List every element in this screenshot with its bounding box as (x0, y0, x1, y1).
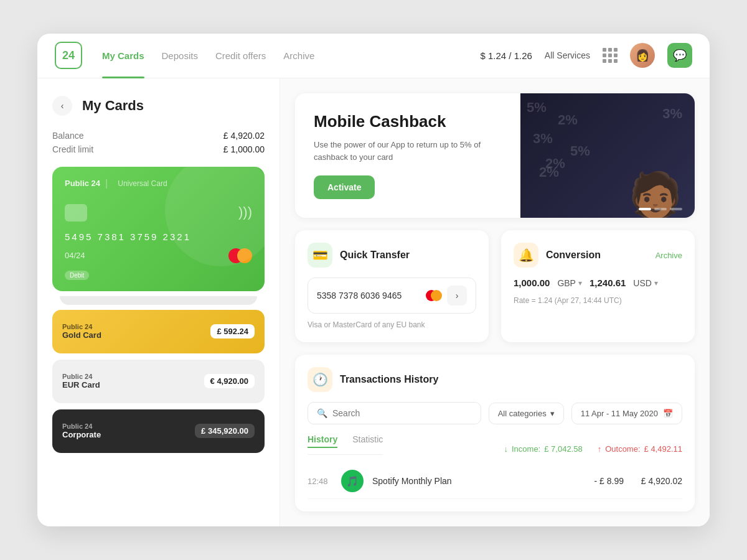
tx-income: ↓ Income: £ 7,042.58 (504, 444, 582, 454)
search-input[interactable] (332, 408, 472, 418)
conversion-icon: 🔔 (514, 243, 538, 268)
balance-label: Balance (52, 131, 84, 141)
eur-card-brand: Public 24 (62, 373, 100, 380)
card-number: 5495 7381 3759 2321 (65, 231, 252, 242)
cashback-banner: Mobile Cashback Use the power of our App… (295, 93, 695, 218)
tab-history[interactable]: History (308, 434, 337, 448)
income-label: Income: (512, 444, 540, 454)
pct-badge: 5% (570, 143, 590, 159)
eur-card-name: EUR Card (62, 380, 100, 390)
pct-badge: 2% (539, 164, 559, 180)
income-arrow-icon: ↓ (504, 444, 508, 454)
grid-dot (614, 59, 618, 63)
mc-right (431, 290, 442, 301)
tx-tabs: History Statistic (308, 434, 383, 455)
conv-from-amount: 1,000.00 (514, 278, 550, 288)
cashback-title: Mobile Cashback (314, 112, 502, 131)
transfer-hint: Visa or MasterCard of any EU bank (308, 320, 425, 329)
conv-to-currency[interactable]: USD ▾ (633, 278, 658, 288)
back-button[interactable]: ‹ (52, 96, 72, 116)
widgets-row: 💳 Quick Transfer › Visa or MasterCard of… (295, 230, 695, 342)
balance-section: Balance £ 4,920.02 Credit limit £ 1,000.… (52, 131, 265, 154)
cashback-person-emoji: 🧑🏾 (628, 169, 682, 218)
logo-badge[interactable]: 24 (55, 42, 82, 69)
transfer-next-button[interactable]: › (447, 286, 467, 306)
tab-statistic[interactable]: Statistic (352, 434, 383, 448)
card-expiry: 04/24 (65, 251, 85, 260)
eur-card-info: Public 24 EUR Card (62, 373, 100, 390)
balance-amount: £ 4,920.02 (223, 131, 265, 141)
credit-limit-amount: £ 1,000.00 (223, 144, 265, 154)
gold-card[interactable]: Public 24 Gold Card £ 592.24 (52, 310, 265, 353)
conv-to-currency-chevron: ▾ (654, 279, 658, 287)
conversion-widget: 🔔 Conversion Archive 1,000.00 GBP ▾ 1,24… (501, 230, 695, 342)
nav-my-cards[interactable]: My Cards (102, 48, 144, 63)
activate-button[interactable]: Activate (314, 175, 375, 199)
main-card[interactable]: Public 24 | Universal Card ))) 5495 7381… (52, 167, 265, 291)
transfer-icon: 💳 (308, 243, 332, 268)
grid-icon[interactable] (603, 48, 618, 63)
corporate-card[interactable]: Public 24 Corporate £ 345,920.00 (52, 409, 265, 453)
pct-badge: 2% (558, 112, 578, 128)
cashback-desc: Use the power of our App to return up to… (314, 139, 502, 163)
corp-card-name: Corporate (62, 430, 101, 439)
gold-card-brand: Public 24 (62, 323, 101, 330)
eur-card[interactable]: Public 24 EUR Card € 4,920.00 (52, 360, 265, 403)
slider-dot[interactable] (670, 208, 682, 210)
exchange-rate: $ 1.24 / 1.26 (480, 50, 532, 61)
slider-dot[interactable] (654, 208, 667, 210)
tx-summary: ↓ Income: £ 7,042.58 ↑ Outcome: £ 4,492.… (504, 444, 682, 454)
nav: My Cards Deposits Credit offers Archive (102, 48, 460, 63)
nav-archive[interactable]: Archive (283, 48, 314, 63)
chat-button[interactable]: 💬 (667, 43, 692, 68)
corp-card-amount: £ 345,920.00 (195, 424, 255, 438)
tx-amount: - £ 8.99 (594, 476, 624, 486)
pct-badge: 3% (662, 106, 682, 122)
grid-dot (608, 59, 612, 63)
conv-from-currency[interactable]: GBP ▾ (557, 278, 582, 288)
gold-card-name: Gold Card (62, 330, 101, 340)
avatar[interactable]: 👩 (630, 43, 655, 68)
grid-dot (614, 54, 618, 57)
app-container: 24 My Cards Deposits Credit offers Archi… (37, 34, 710, 526)
transfer-card-input[interactable] (317, 291, 426, 301)
transactions-section: 🕐 Transactions History 🔍 All categories … (295, 355, 695, 511)
conversion-rate: Rate = 1.24 (Apr 27, 14:44 UTC) (514, 296, 622, 305)
slider-dot-active[interactable] (639, 208, 651, 210)
panel-title: My Cards (82, 98, 144, 114)
grid-dot (603, 59, 606, 63)
credit-limit-row: Credit limit £ 1,000.00 (52, 144, 265, 154)
outcome-label: Outcome: (605, 444, 640, 454)
calendar-icon: 📅 (663, 409, 673, 418)
pct-badge: 5% (527, 100, 547, 116)
card-nfc-icon: ))) (238, 204, 252, 220)
search-box: 🔍 (308, 402, 481, 424)
gold-card-info: Public 24 Gold Card (62, 323, 101, 340)
quick-transfer-widget: 💳 Quick Transfer › Visa or MasterCard of… (295, 230, 489, 342)
pct-badge: 3% (533, 131, 553, 147)
cashback-image: 5% 2% 3% 5% 2% 3% 5% 2% 🧑🏾 (520, 93, 695, 218)
date-range-filter[interactable]: 11 Apr - 11 May 2020 📅 (571, 403, 682, 424)
card-type: Universal Card (118, 179, 167, 188)
mastercard-logo (228, 248, 252, 263)
income-amount: £ 7,042.58 (544, 444, 582, 454)
balance-row: Balance £ 4,920.02 (52, 131, 265, 141)
conv-to-amount: 1,240.61 (590, 278, 626, 288)
tx-title: Transactions History (340, 374, 438, 385)
search-icon: 🔍 (317, 408, 327, 418)
credit-limit-label: Credit limit (52, 144, 93, 154)
visa-mastercard-logo (426, 290, 442, 301)
tx-time: 12:48 (308, 477, 332, 486)
category-filter[interactable]: All categories ▾ (489, 403, 564, 424)
panel-header: ‹ My Cards (52, 96, 265, 116)
nav-credit-offers[interactable]: Credit offers (215, 48, 266, 63)
slider-dots (639, 208, 682, 210)
conversion-archive-link[interactable]: Archive (655, 251, 682, 260)
grid-dot (603, 48, 606, 52)
date-range-label: 11 Apr - 11 May 2020 (581, 409, 658, 418)
corp-card-brand: Public 24 (62, 422, 101, 430)
gold-card-amount: £ 592.24 (210, 324, 255, 338)
nav-deposits[interactable]: Deposits (162, 48, 198, 63)
conversion-amounts-row: 1,000.00 GBP ▾ 1,240.61 USD ▾ (514, 278, 682, 288)
transfer-input-wrap: › (308, 278, 476, 314)
